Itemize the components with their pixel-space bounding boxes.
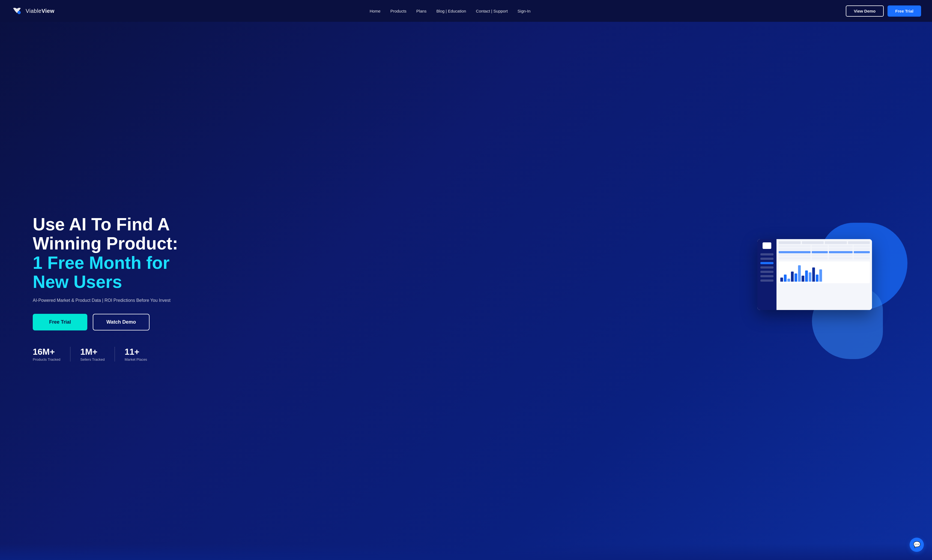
stat-products: 16M+ Products Tracked — [33, 347, 70, 362]
ss-th-3 — [825, 241, 847, 244]
screenshot-main — [776, 239, 872, 310]
screenshot-logo — [762, 242, 771, 249]
svg-point-0 — [17, 11, 21, 14]
ss-cell-5 — [779, 248, 810, 250]
nav-contact[interactable]: Contact | Support — [476, 9, 508, 13]
ss-cell-h3 — [829, 251, 853, 253]
hero-bottom-fade — [0, 544, 932, 560]
nav-ctas: View Demo Free Trial — [846, 5, 921, 17]
stat-marketplaces: 11+ Market Places — [114, 347, 157, 362]
ss-cell-4 — [854, 245, 870, 247]
nav-blog[interactable]: Blog | Education — [436, 9, 466, 13]
ss-cell-2 — [812, 245, 828, 247]
chart-bar-7 — [805, 271, 808, 282]
logo-icon — [11, 5, 23, 17]
ss-cell-h1 — [779, 251, 810, 253]
free-trial-nav-button[interactable]: Free Trial — [887, 5, 921, 17]
chart-bar-10 — [816, 275, 818, 282]
hero-stats: 16M+ Products Tracked 1M+ Sellers Tracke… — [33, 347, 196, 362]
ss-row-2 — [779, 248, 870, 250]
stat-products-number: 16M+ — [33, 347, 60, 357]
ss-cell-12 — [854, 254, 870, 256]
hero-title-white: Use AI To Find A Winning Product: — [33, 215, 196, 253]
chart-bar-3 — [791, 272, 794, 282]
ss-th-4 — [848, 241, 870, 244]
ss-cell-10 — [812, 254, 828, 256]
ss-table-header — [779, 241, 870, 244]
ss-cell-16 — [854, 257, 870, 259]
stat-sellers-label: Sellers Tracked — [80, 357, 105, 362]
ss-nav-7 — [761, 280, 773, 282]
ss-cell-9 — [779, 254, 810, 256]
chart-bar-9 — [812, 268, 815, 282]
nav-products[interactable]: Products — [390, 9, 406, 13]
ss-nav-2 — [761, 258, 773, 260]
ss-cell-13 — [779, 257, 810, 259]
chart-bar-0 — [780, 277, 783, 282]
stat-marketplaces-number: 11+ — [125, 347, 147, 357]
nav-links: Home Products Plans Blog | Education Con… — [370, 9, 531, 13]
stat-products-label: Products Tracked — [33, 357, 60, 362]
nav-home[interactable]: Home — [370, 9, 381, 13]
ss-cell-8 — [854, 248, 870, 250]
stat-marketplaces-label: Market Places — [125, 357, 147, 362]
chart-bar-1 — [784, 275, 787, 282]
hero-buttons: Free Trial Watch Demo — [33, 314, 196, 331]
hero-screenshot — [758, 239, 872, 310]
ss-nav-4 — [761, 266, 773, 269]
screenshot-inner — [758, 239, 872, 310]
logo[interactable]: ViableView — [11, 5, 54, 17]
stat-sellers-number: 1M+ — [80, 347, 105, 357]
ss-row-3 — [779, 254, 870, 256]
ss-cell-6 — [812, 248, 828, 250]
hero-section: Use AI To Find A Winning Product: 1 Free… — [0, 0, 932, 560]
stat-sellers: 1M+ Sellers Tracked — [70, 347, 114, 362]
chart-bar-11 — [819, 269, 822, 282]
chart-bar-4 — [795, 274, 797, 282]
hero-title-blue: 1 Free Month for New Users — [33, 253, 196, 292]
ss-nav-3 — [761, 262, 773, 264]
ss-row-1 — [779, 245, 870, 247]
ss-th-1 — [779, 241, 801, 244]
ss-nav-5 — [761, 271, 773, 273]
ss-cell-7 — [829, 248, 853, 250]
screenshot-sidebar — [758, 239, 776, 310]
ss-cell-15 — [829, 257, 853, 259]
chat-button[interactable]: 💬 — [910, 538, 924, 552]
hero-content: Use AI To Find A Winning Product: 1 Free… — [0, 22, 932, 544]
ss-cell-11 — [829, 254, 853, 256]
ss-cell-1 — [779, 245, 810, 247]
ss-nav-1 — [761, 253, 773, 255]
ss-chart — [779, 262, 870, 283]
ss-cell-14 — [812, 257, 828, 259]
ss-row-highlight — [779, 251, 870, 253]
ss-cell-3 — [829, 245, 853, 247]
nav-plans[interactable]: Plans — [417, 9, 427, 13]
chart-bar-2 — [787, 278, 790, 282]
chart-bar-8 — [809, 272, 812, 282]
chat-icon: 💬 — [913, 541, 921, 548]
ss-cell-h2 — [812, 251, 828, 253]
ss-cell-h4 — [854, 251, 870, 253]
hero-subtitle: AI-Powered Market & Product Data | ROI P… — [33, 298, 196, 303]
nav-signin[interactable]: Sign-In — [518, 9, 531, 13]
free-trial-hero-button[interactable]: Free Trial — [33, 314, 87, 331]
ss-nav-6 — [761, 275, 773, 277]
hero-right — [774, 234, 899, 343]
view-demo-button[interactable]: View Demo — [846, 5, 884, 17]
logo-text: ViableView — [26, 8, 54, 14]
chart-bar-6 — [802, 275, 804, 282]
ss-th-2 — [802, 241, 824, 244]
navigation: ViableView Home Products Plans Blog | Ed… — [0, 0, 932, 22]
watch-demo-hero-button[interactable]: Watch Demo — [93, 314, 150, 331]
chart-bar-5 — [798, 265, 801, 282]
ss-row-4 — [779, 257, 870, 259]
hero-left: Use AI To Find A Winning Product: 1 Free… — [33, 215, 196, 362]
